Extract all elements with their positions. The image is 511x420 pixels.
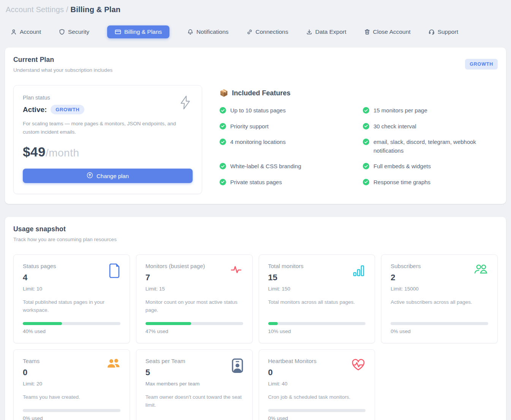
tab-billing-plans[interactable]: Billing & Plans [107, 25, 169, 38]
lightning-icon [179, 95, 192, 111]
change-plan-button[interactable]: Change plan [23, 169, 193, 183]
plan-price: $49/month [23, 144, 193, 159]
feature-item: Response time graphs [363, 178, 489, 187]
file-icon [108, 264, 120, 279]
pulse-icon [229, 264, 243, 276]
plan-description: For scaling teams — more pages & monitor… [23, 120, 179, 136]
check-icon [363, 107, 369, 114]
current-plan-title: Current Plan [13, 56, 112, 64]
progress-bar [268, 322, 366, 325]
progress-bar [268, 409, 366, 412]
billing-plan-page: Account Settings / Billing & Plan Accoun… [0, 0, 511, 420]
feature-item: Full embeds & widgets [363, 162, 489, 171]
breadcrumb: Account Settings / Billing & Plan [5, 4, 506, 14]
heart-pulse-icon [351, 358, 365, 373]
tab-security[interactable]: Security [59, 25, 89, 38]
check-icon [220, 139, 226, 145]
progress-bar [391, 322, 488, 325]
page-title: Billing & Plan [71, 5, 121, 14]
plan-badge: GROWTH [465, 59, 498, 69]
plan-status-badge: GROWTH [51, 105, 84, 114]
progress-bar [23, 409, 120, 412]
feature-item: 30 check interval [363, 122, 489, 131]
users-filled-icon [107, 358, 120, 371]
feature-item: 4 monitoring locations [220, 138, 346, 155]
usage-card-seats-per-team: Seats per Team 5 Max members per team Te… [136, 349, 253, 420]
feature-item: White-label & CSS branding [220, 162, 346, 171]
tab-data-export[interactable]: Data Export [306, 25, 346, 38]
check-icon [363, 139, 369, 145]
usage-snapshot-section: Usage snapshot Track how you are consumi… [5, 217, 506, 420]
price-amount: $49 [23, 144, 46, 159]
usage-subtitle: Track how you are consuming plan resourc… [13, 237, 117, 242]
check-icon [363, 179, 369, 185]
shield-icon [59, 29, 65, 35]
feature-item: email, slack, discord, telegram, webhook… [363, 138, 489, 155]
features-title: Included Features [232, 89, 290, 97]
features-list: Up to 10 status pages 15 monitors per pa… [220, 106, 489, 186]
feature-item: Priority support [220, 122, 346, 131]
tab-connections[interactable]: Connections [247, 25, 288, 38]
link-icon [247, 29, 253, 35]
bar-chart-icon [353, 264, 365, 279]
current-plan-section: Current Plan Understand what your subscr… [5, 47, 506, 204]
usage-title: Usage snapshot [13, 225, 117, 233]
check-icon [363, 163, 369, 169]
headset-icon [429, 29, 435, 35]
arrow-up-circle-icon [87, 172, 93, 180]
tab-notifications[interactable]: Notifications [187, 25, 228, 38]
check-icon [220, 107, 226, 114]
user-icon [11, 29, 17, 35]
users-outline-icon [474, 264, 488, 276]
current-plan-subtitle: Understand what your subscription includ… [13, 67, 112, 73]
progress-bar [146, 322, 243, 325]
bell-icon [187, 29, 193, 35]
feature-item: Private status pages [220, 178, 346, 187]
settings-tab-bar: Account Security Billing & Plans Notific… [5, 25, 506, 38]
download-icon [306, 29, 312, 35]
usage-card-teams: Teams 0 Limit: 20 Teams you have created… [13, 349, 130, 420]
feature-item: 15 monitors per page [363, 106, 489, 115]
breadcrumb-section: Account Settings / [6, 5, 71, 14]
usage-card-subscribers: Subscribers 2 Limit: 15000 Active subscr… [381, 254, 498, 343]
plan-status-label: Plan status [23, 95, 193, 101]
usage-card-status-pages: Status pages 4 Limit: 10 Total published… [13, 254, 130, 343]
id-badge-icon [232, 358, 243, 374]
tab-account[interactable]: Account [11, 25, 41, 38]
usage-card-monitors-busiest: Monitors (busiest page) 7 Limit: 15 Moni… [136, 254, 253, 343]
progress-bar [23, 322, 120, 325]
check-icon [363, 123, 369, 129]
included-features: 📦 Included Features Up to 10 status page… [220, 85, 498, 194]
plan-status-value: Active: [23, 106, 47, 114]
check-icon [220, 123, 226, 129]
usage-card-heartbeat-monitors: Heartbeat Monitors 0 Limit: 40 Cron job … [259, 349, 375, 420]
usage-card-total-monitors: Total monitors 15 Limit: 150 Total monit… [259, 254, 375, 343]
check-icon [220, 179, 226, 185]
tab-support[interactable]: Support [429, 25, 458, 38]
price-period: /month [46, 147, 79, 159]
plan-status-card: Plan status Active: GROWTH For scaling t… [13, 85, 202, 194]
trash-icon [364, 29, 370, 35]
credit-card-icon [115, 29, 121, 35]
check-icon [220, 163, 226, 169]
usage-grid: Status pages 4 Limit: 10 Total published… [13, 254, 498, 420]
package-icon: 📦 [220, 89, 228, 97]
tab-close-account[interactable]: Close Account [364, 25, 411, 38]
feature-item: Up to 10 status pages [220, 106, 346, 115]
